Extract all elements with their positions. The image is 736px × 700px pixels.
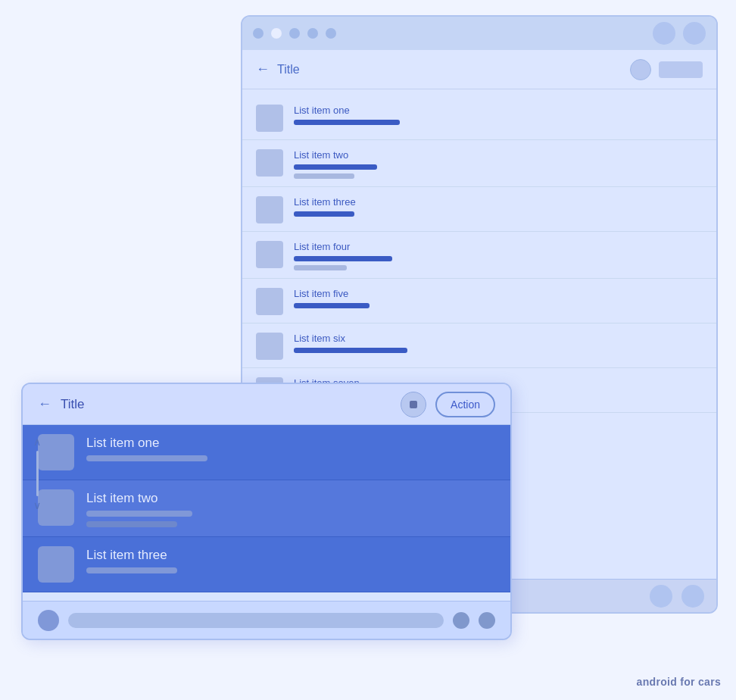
front-list-item[interactable]: List item two (23, 480, 510, 537)
list-item-title: List item five (294, 288, 370, 299)
list-thumbnail (256, 105, 283, 132)
list-item[interactable]: List item five (242, 279, 716, 323)
titlebar-dot-5 (326, 28, 336, 39)
list-item-title: List item four (294, 241, 392, 252)
front-nav-bar (23, 601, 510, 639)
titlebar-dot-1 (253, 28, 264, 39)
front-thumbnail (38, 489, 74, 526)
list-item[interactable]: List item six (242, 323, 716, 368)
titlebar-control-btn-2[interactable] (683, 22, 706, 45)
front-list-item[interactable]: List item three (23, 537, 510, 592)
back-app-bar: ← Title (242, 50, 716, 89)
back-nav-btn-2[interactable] (681, 585, 704, 608)
watermark: android for cars (637, 676, 721, 688)
titlebar-control-btn-1[interactable] (653, 22, 675, 45)
front-bar-primary (86, 567, 177, 573)
scroll-indicator: ∧ ∨ (33, 436, 41, 511)
list-thumbnail (256, 241, 283, 268)
watermark-regular: for cars (677, 676, 721, 688)
back-nav-btn-1[interactable] (650, 585, 672, 608)
watermark-bold: android (637, 676, 677, 688)
list-bar-primary (294, 164, 377, 170)
front-list-item[interactable]: List item one (23, 425, 510, 480)
list-item-title: List item six (294, 333, 407, 344)
list-bar-secondary (294, 173, 354, 179)
list-item-title: List item one (294, 105, 400, 116)
nav-dot-right-2[interactable] (479, 612, 495, 629)
back-window-titlebar (242, 17, 716, 50)
list-bar-secondary (294, 265, 347, 270)
list-bar-primary (294, 256, 392, 261)
front-item-title: List item two (86, 491, 192, 506)
front-bar-secondary (86, 521, 177, 527)
front-back-button[interactable]: ← (38, 396, 51, 412)
list-bar-primary (294, 303, 370, 308)
list-thumbnail (256, 196, 283, 223)
back-text-button[interactable] (659, 61, 703, 78)
list-thumbnail (256, 288, 283, 315)
titlebar-dot-4 (307, 28, 318, 39)
list-item[interactable]: List item one (242, 95, 716, 140)
scroll-down-arrow: ∨ (33, 499, 41, 511)
back-icon-button[interactable] (630, 59, 651, 80)
front-title: Title (61, 397, 85, 412)
nav-pill[interactable] (68, 613, 444, 628)
front-bar-primary (86, 511, 192, 517)
front-item-title: List item one (86, 436, 207, 451)
front-icon-button[interactable] (401, 392, 426, 417)
front-thumbnail (38, 546, 74, 583)
back-list: List item one List item two List item th… (242, 89, 716, 419)
nav-dot-left[interactable] (38, 610, 59, 631)
front-item-title: List item three (86, 548, 177, 563)
list-bar-primary (294, 211, 354, 217)
front-window: ← Title Action ∧ ∨ List item one List it… (21, 383, 512, 640)
list-item[interactable]: List item four (242, 232, 716, 279)
list-item-title: List item two (294, 149, 377, 161)
list-bar-primary (294, 348, 407, 353)
list-thumbnail (256, 333, 283, 360)
stop-icon (410, 401, 417, 408)
titlebar-dot-3 (289, 28, 300, 39)
nav-dot-right-1[interactable] (453, 612, 469, 629)
scroll-track[interactable] (36, 451, 39, 496)
back-button[interactable]: ← (256, 61, 270, 77)
list-bar-primary (294, 120, 400, 125)
list-thumbnail (256, 149, 283, 177)
titlebar-dot-2 (271, 28, 282, 39)
list-item[interactable]: List item three (242, 187, 716, 232)
front-app-bar: ← Title Action (23, 384, 510, 425)
list-item[interactable]: List item two (242, 140, 716, 187)
back-title: Title (277, 63, 300, 77)
front-thumbnail (38, 434, 74, 470)
front-bar-primary (86, 455, 207, 461)
scroll-up-arrow: ∧ (33, 436, 41, 448)
action-button[interactable]: Action (435, 392, 495, 417)
front-list: List item one List item two List item th… (23, 425, 510, 592)
list-item-title: List item three (294, 196, 356, 208)
